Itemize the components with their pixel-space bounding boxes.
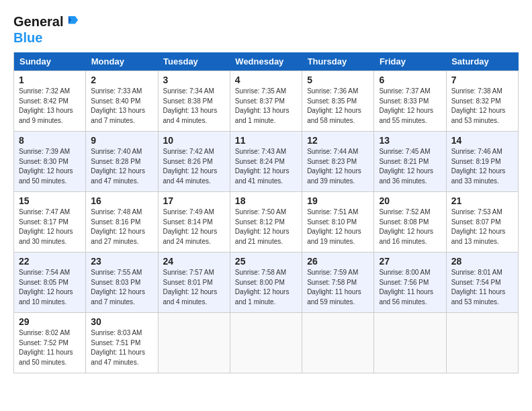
day-number: 24 <box>163 256 225 267</box>
day-number: 3 <box>163 75 225 85</box>
calendar-cell: 27Sunrise: 8:00 AMSunset: 7:56 PMDayligh… <box>374 253 446 313</box>
calendar-cell: 4Sunrise: 7:35 AMSunset: 8:37 PMDaylight… <box>230 71 302 132</box>
day-info: Sunrise: 7:37 AMSunset: 8:33 PMDaylight:… <box>379 87 441 126</box>
day-number: 7 <box>451 75 513 85</box>
calendar-cell: 7Sunrise: 7:38 AMSunset: 8:32 PMDaylight… <box>446 71 518 132</box>
calendar-cell: 15Sunrise: 7:47 AMSunset: 8:17 PMDayligh… <box>14 192 86 253</box>
day-number: 11 <box>235 135 297 146</box>
calendar-cell: 24Sunrise: 7:57 AMSunset: 8:01 PMDayligh… <box>158 253 230 313</box>
calendar-cell: 14Sunrise: 7:46 AMSunset: 8:19 PMDayligh… <box>446 132 518 192</box>
calendar-cell: 16Sunrise: 7:48 AMSunset: 8:16 PMDayligh… <box>86 192 158 253</box>
day-info: Sunrise: 7:38 AMSunset: 8:32 PMDaylight:… <box>451 87 513 126</box>
day-number: 18 <box>235 195 297 206</box>
day-number: 20 <box>379 195 441 206</box>
day-info: Sunrise: 7:48 AMSunset: 8:16 PMDaylight:… <box>91 208 152 246</box>
day-number: 26 <box>307 256 369 267</box>
day-info: Sunrise: 7:49 AMSunset: 8:14 PMDaylight:… <box>163 208 225 246</box>
day-number: 19 <box>307 195 369 206</box>
day-number: 8 <box>19 135 81 146</box>
calendar-cell: 28Sunrise: 8:01 AMSunset: 7:54 PMDayligh… <box>446 253 518 313</box>
calendar-cell: 19Sunrise: 7:51 AMSunset: 8:10 PMDayligh… <box>302 192 374 253</box>
day-number: 21 <box>451 195 513 206</box>
day-number: 10 <box>163 135 225 146</box>
calendar-cell: 2Sunrise: 7:33 AMSunset: 8:40 PMDaylight… <box>86 71 158 132</box>
calendar-cell: 1Sunrise: 7:32 AMSunset: 8:42 PMDaylight… <box>14 71 86 132</box>
calendar-body: 1Sunrise: 7:32 AMSunset: 8:42 PMDaylight… <box>14 71 519 373</box>
day-info: Sunrise: 7:59 AMSunset: 7:58 PMDaylight:… <box>307 268 369 307</box>
day-number: 23 <box>91 256 152 267</box>
day-number: 30 <box>91 316 152 327</box>
day-info: Sunrise: 7:39 AMSunset: 8:30 PMDaylight:… <box>19 147 81 186</box>
day-info: Sunrise: 7:51 AMSunset: 8:10 PMDaylight:… <box>307 208 369 246</box>
calendar-cell: 25Sunrise: 7:58 AMSunset: 8:00 PMDayligh… <box>230 253 302 313</box>
day-info: Sunrise: 7:36 AMSunset: 8:35 PMDaylight:… <box>307 87 369 126</box>
calendar-cell <box>374 313 446 373</box>
day-number: 25 <box>235 256 297 267</box>
day-info: Sunrise: 7:32 AMSunset: 8:42 PMDaylight:… <box>19 87 81 126</box>
day-info: Sunrise: 7:35 AMSunset: 8:37 PMDaylight:… <box>235 87 297 126</box>
calendar-cell <box>302 313 374 373</box>
day-number: 2 <box>91 75 152 85</box>
calendar-row-5: 29Sunrise: 8:02 AMSunset: 7:52 PMDayligh… <box>14 313 519 373</box>
day-info: Sunrise: 7:42 AMSunset: 8:26 PMDaylight:… <box>163 147 225 186</box>
day-info: Sunrise: 7:50 AMSunset: 8:12 PMDaylight:… <box>235 208 297 246</box>
col-header-monday: Monday <box>86 52 158 71</box>
day-info: Sunrise: 7:54 AMSunset: 8:05 PMDaylight:… <box>19 268 81 307</box>
calendar-cell: 8Sunrise: 7:39 AMSunset: 8:30 PMDaylight… <box>14 132 86 192</box>
day-number: 12 <box>307 135 369 146</box>
calendar-table: SundayMondayTuesdayWednesdayThursdayFrid… <box>13 52 519 373</box>
day-info: Sunrise: 7:55 AMSunset: 8:03 PMDaylight:… <box>91 268 152 307</box>
day-info: Sunrise: 8:01 AMSunset: 7:54 PMDaylight:… <box>451 268 513 307</box>
day-info: Sunrise: 7:45 AMSunset: 8:21 PMDaylight:… <box>379 147 441 186</box>
calendar-cell: 30Sunrise: 8:03 AMSunset: 7:51 PMDayligh… <box>86 313 158 373</box>
calendar-row-3: 15Sunrise: 7:47 AMSunset: 8:17 PMDayligh… <box>14 192 519 253</box>
calendar-cell: 13Sunrise: 7:45 AMSunset: 8:21 PMDayligh… <box>374 132 446 192</box>
day-info: Sunrise: 7:57 AMSunset: 8:01 PMDaylight:… <box>163 268 225 307</box>
calendar-cell <box>446 313 518 373</box>
calendar-cell: 10Sunrise: 7:42 AMSunset: 8:26 PMDayligh… <box>158 132 230 192</box>
logo-text: General Blue <box>13 13 79 46</box>
col-header-wednesday: Wednesday <box>230 52 302 71</box>
col-header-tuesday: Tuesday <box>158 52 230 71</box>
day-info: Sunrise: 7:44 AMSunset: 8:23 PMDaylight:… <box>307 147 369 186</box>
day-info: Sunrise: 7:47 AMSunset: 8:17 PMDaylight:… <box>19 208 81 246</box>
day-number: 13 <box>379 135 441 146</box>
calendar-cell: 23Sunrise: 7:55 AMSunset: 8:03 PMDayligh… <box>86 253 158 313</box>
day-info: Sunrise: 7:46 AMSunset: 8:19 PMDaylight:… <box>451 147 513 186</box>
day-number: 28 <box>451 256 513 267</box>
calendar-cell: 6Sunrise: 7:37 AMSunset: 8:33 PMDaylight… <box>374 71 446 132</box>
calendar-cell: 26Sunrise: 7:59 AMSunset: 7:58 PMDayligh… <box>302 253 374 313</box>
day-number: 1 <box>19 75 81 85</box>
day-info: Sunrise: 7:52 AMSunset: 8:08 PMDaylight:… <box>379 208 441 246</box>
calendar-row-1: 1Sunrise: 7:32 AMSunset: 8:42 PMDaylight… <box>14 71 519 132</box>
page-header: General Blue <box>13 13 519 46</box>
day-number: 22 <box>19 256 81 267</box>
calendar-cell: 18Sunrise: 7:50 AMSunset: 8:12 PMDayligh… <box>230 192 302 253</box>
day-info: Sunrise: 7:53 AMSunset: 8:07 PMDaylight:… <box>451 208 513 246</box>
calendar-cell: 29Sunrise: 8:02 AMSunset: 7:52 PMDayligh… <box>14 313 86 373</box>
day-number: 27 <box>379 256 441 267</box>
calendar-header-row: SundayMondayTuesdayWednesdayThursdayFrid… <box>14 52 519 71</box>
calendar-cell: 3Sunrise: 7:34 AMSunset: 8:38 PMDaylight… <box>158 71 230 132</box>
calendar-cell: 17Sunrise: 7:49 AMSunset: 8:14 PMDayligh… <box>158 192 230 253</box>
col-header-saturday: Saturday <box>446 52 518 71</box>
calendar-cell: 22Sunrise: 7:54 AMSunset: 8:05 PMDayligh… <box>14 253 86 313</box>
day-number: 9 <box>91 135 152 146</box>
day-info: Sunrise: 7:33 AMSunset: 8:40 PMDaylight:… <box>91 87 152 126</box>
day-info: Sunrise: 8:02 AMSunset: 7:52 PMDaylight:… <box>19 328 81 367</box>
calendar-cell: 21Sunrise: 7:53 AMSunset: 8:07 PMDayligh… <box>446 192 518 253</box>
col-header-friday: Friday <box>374 52 446 71</box>
day-number: 4 <box>235 75 297 85</box>
day-number: 6 <box>379 75 441 85</box>
calendar-row-4: 22Sunrise: 7:54 AMSunset: 8:05 PMDayligh… <box>14 253 519 313</box>
day-number: 29 <box>19 316 81 327</box>
logo-icon <box>68 16 79 30</box>
day-info: Sunrise: 7:58 AMSunset: 8:00 PMDaylight:… <box>235 268 297 307</box>
day-number: 17 <box>163 195 225 206</box>
day-info: Sunrise: 7:43 AMSunset: 8:24 PMDaylight:… <box>235 147 297 186</box>
day-number: 15 <box>19 195 81 206</box>
day-number: 16 <box>91 195 152 206</box>
calendar-cell: 9Sunrise: 7:40 AMSunset: 8:28 PMDaylight… <box>86 132 158 192</box>
day-info: Sunrise: 7:40 AMSunset: 8:28 PMDaylight:… <box>91 147 152 186</box>
logo: General Blue <box>13 13 79 46</box>
